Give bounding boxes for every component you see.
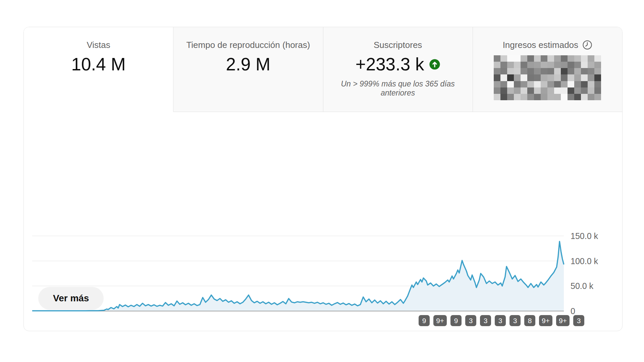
mosaic-cell [581, 74, 588, 81]
mosaic-cell [494, 87, 500, 94]
tab-estimated-revenue[interactable]: Ingresos estimados [473, 27, 622, 112]
mosaic-cell [527, 94, 534, 100]
mosaic-cell [554, 94, 561, 100]
mosaic-cell [514, 68, 521, 74]
mosaic-cell [554, 55, 561, 62]
mosaic-cell [568, 62, 574, 68]
estimated-revenue-label: Ingresos estimados [503, 40, 578, 50]
mosaic-cell [594, 74, 601, 81]
mosaic-cell [561, 74, 568, 81]
mosaic-cell [588, 55, 594, 62]
tab-views[interactable]: Vistas 10.4 M [24, 27, 173, 112]
mosaic-cell [547, 87, 554, 94]
mosaic-cell [561, 62, 568, 68]
mosaic-cell [507, 87, 514, 94]
mosaic-cell [554, 81, 561, 87]
y-axis-label: 50.0 k [571, 281, 593, 291]
mosaic-cell [521, 68, 527, 74]
subscribers-value: +233.3 k [356, 54, 424, 75]
mosaic-cell [507, 68, 514, 74]
tab-watch-time[interactable]: Tiempo de reproducción (horas) 2.9 M [173, 27, 323, 112]
mosaic-cell [541, 55, 547, 62]
tab-subscribers[interactable]: Suscriptores +233.3 k Un > 999% más que … [323, 27, 473, 112]
video-count-badge[interactable]: 3 [573, 315, 584, 326]
channel-analytics-card: Vistas 10.4 M Tiempo de reproducción (ho… [23, 27, 623, 331]
mosaic-cell [588, 94, 594, 100]
video-count-badge[interactable]: 9+ [433, 315, 447, 326]
mosaic-cell [507, 55, 514, 62]
video-count-badge[interactable]: 9+ [539, 315, 552, 326]
mosaic-cell [554, 74, 561, 81]
mosaic-cell [534, 68, 541, 74]
mosaic-cell [527, 62, 534, 68]
mosaic-cell [527, 74, 534, 81]
mosaic-cell [547, 81, 554, 87]
mosaic-cell [588, 74, 594, 81]
mosaic-cell [521, 81, 527, 87]
mosaic-cell [588, 81, 594, 87]
mosaic-cell [534, 62, 541, 68]
mosaic-cell [574, 62, 581, 68]
video-count-badge[interactable]: 9+ [556, 315, 570, 326]
mosaic-cell [581, 55, 588, 62]
redacted-revenue-mosaic [494, 55, 601, 100]
video-marker-badges: 99+9333389+9+3 [419, 315, 584, 326]
see-more-button[interactable]: Ver más [38, 287, 104, 310]
mosaic-cell [494, 62, 500, 68]
mosaic-cell [534, 74, 541, 81]
mosaic-cell [527, 87, 534, 94]
subscribers-value-row: +233.3 k [323, 54, 473, 75]
area-chart-canvas[interactable] [32, 226, 567, 326]
mosaic-cell [521, 55, 527, 62]
mosaic-cell [568, 94, 574, 100]
mosaic-cell [541, 68, 547, 74]
mosaic-cell [541, 81, 547, 87]
mosaic-cell [568, 87, 574, 94]
watch-time-label: Tiempo de reproducción (horas) [173, 40, 323, 50]
subscribers-label: Suscriptores [323, 40, 473, 50]
mosaic-cell [588, 62, 594, 68]
mosaic-cell [507, 81, 514, 87]
video-count-badge[interactable]: 3 [465, 315, 476, 326]
mosaic-cell [568, 81, 574, 87]
mosaic-cell [534, 55, 541, 62]
mosaic-cell [500, 55, 507, 62]
video-count-badge[interactable]: 3 [509, 315, 521, 326]
mosaic-cell [594, 87, 601, 94]
mosaic-cell [581, 62, 588, 68]
mosaic-cell [574, 87, 581, 94]
clock-icon [582, 40, 592, 50]
video-count-badge[interactable]: 9 [419, 315, 430, 326]
mosaic-cell [574, 55, 581, 62]
mosaic-cell [534, 81, 541, 87]
video-count-badge[interactable]: 3 [495, 315, 506, 326]
mosaic-cell [554, 87, 561, 94]
video-count-badge[interactable]: 8 [524, 315, 535, 326]
mosaic-cell [521, 74, 527, 81]
chart-area-fill [32, 241, 564, 311]
mosaic-cell [494, 81, 500, 87]
mosaic-cell [561, 94, 568, 100]
watch-time-value: 2.9 M [173, 54, 323, 75]
mosaic-cell [507, 62, 514, 68]
mosaic-cell [547, 62, 554, 68]
mosaic-cell [574, 74, 581, 81]
mosaic-cell [561, 68, 568, 74]
video-count-badge[interactable]: 3 [480, 315, 491, 326]
mosaic-cell [534, 94, 541, 100]
mosaic-cell [547, 68, 554, 74]
mosaic-cell [588, 68, 594, 74]
mosaic-cell [547, 74, 554, 81]
mosaic-cell [568, 74, 574, 81]
mosaic-cell [547, 55, 554, 62]
mosaic-cell [500, 94, 507, 100]
mosaic-cell [494, 74, 500, 81]
y-axis-label: 150.0 k [571, 231, 598, 241]
mosaic-cell [534, 87, 541, 94]
views-over-time-chart[interactable]: 150.0 k100.0 k50.0 k0 99+9333389+9+3 22 … [24, 112, 622, 331]
estimated-revenue-label-row: Ingresos estimados [473, 40, 622, 50]
mosaic-cell [581, 94, 588, 100]
mosaic-cell [581, 87, 588, 94]
video-count-badge[interactable]: 9 [450, 315, 462, 326]
mosaic-cell [494, 94, 500, 100]
